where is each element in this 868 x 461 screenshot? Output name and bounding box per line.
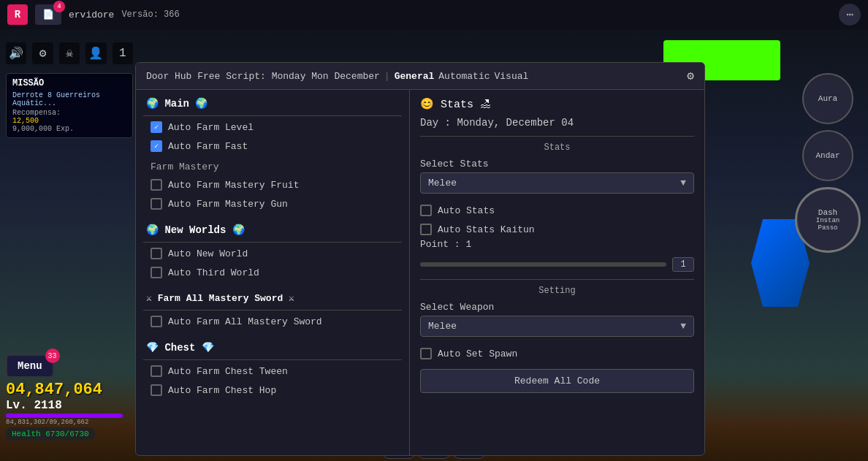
window-content: 🌍 Main 🌍 ✓ Auto Farm Level ✓ Auto Farm F… [136, 90, 704, 455]
level-text: Lv. 2118 [6, 399, 123, 412]
day-text: Day : Monday, December 04 [420, 117, 694, 129]
auto-farm-chest-tween-checkbox[interactable] [151, 365, 162, 377]
auto-farm-chest-tween-item[interactable]: Auto Farm Chest Tween [136, 362, 409, 381]
auto-third-world-item[interactable]: Auto Third World [136, 263, 409, 282]
auto-farm-fast-label: Auto Farm Fast [168, 141, 248, 152]
redeem-button[interactable]: Redeem All Code [420, 369, 694, 393]
volume-icon[interactable]: 🔊 [6, 42, 26, 64]
exp-bar [6, 414, 123, 418]
general-tab[interactable]: General [395, 71, 435, 82]
auto-new-world-item[interactable]: Auto New World [136, 244, 409, 263]
mission-title: MISSÃO [12, 78, 126, 88]
main-section-label: 🌍 Main 🌍 [146, 97, 208, 110]
tab-icon[interactable]: 📄 4 [35, 4, 61, 25]
main-divider [143, 115, 402, 116]
auto-farm-mastery-fruit-label: Auto Farm Mastery Fruit [168, 180, 299, 191]
andar-button[interactable]: Andar [802, 130, 853, 181]
stats-header-text: 😊 Stats 🏖 [420, 97, 491, 111]
auto-farm-chest-tween-label: Auto Farm Chest Tween [168, 366, 288, 377]
weapon-dropdown[interactable]: Melee ▼ [420, 316, 694, 337]
farm-sword-divider [143, 310, 402, 310]
gold-reward: 12,500 [12, 117, 126, 125]
settings-icon[interactable]: ⚙️ [32, 42, 53, 64]
auto-third-world-checkbox[interactable] [151, 267, 162, 278]
auto-new-world-label: Auto New World [168, 248, 248, 259]
auto-farm-fast-checkbox[interactable]: ✓ [151, 140, 162, 152]
auto-farm-all-mastery-sword-label: Auto Farm All Mastery Sword [168, 316, 322, 327]
stats-section-title: Stats [420, 136, 694, 153]
number-icon: 1 [113, 42, 133, 64]
auto-farm-mastery-gun-label: Auto Farm Mastery Gun [168, 199, 288, 210]
exp-reward: 9,000,000 Exp. [12, 125, 126, 133]
auto-farm-mastery-fruit-checkbox[interactable] [151, 179, 162, 191]
player-icon[interactable]: 👤 [85, 42, 106, 64]
auto-set-spawn-item[interactable]: Auto Set Spawn [420, 344, 694, 363]
left-hud: 🔊 ⚙️ ☠️ 👤 1 MISSÃO Derrote 8 Guerreiros … [0, 37, 139, 141]
weapon-selected-value: Melee [428, 321, 457, 332]
auto-farm-level-label: Auto Farm Level [168, 122, 254, 133]
right-panel: 😊 Stats 🏖 Day : Monday, December 04 Stat… [410, 90, 704, 455]
auto-farm-chest-hop-item[interactable]: Auto Farm Chest Hop [136, 381, 409, 400]
skull-icon[interactable]: ☠️ [59, 42, 80, 64]
auto-farm-mastery-gun-item[interactable]: Auto Farm Mastery Gun [136, 194, 409, 213]
farm-sword-section-header: ⚔ Farm All Mastery Sword ⚔ [136, 282, 409, 308]
roblox-logo: R [7, 4, 28, 25]
weapon-dropdown-arrow: ▼ [680, 321, 686, 332]
visual-tab[interactable]: Visual [495, 71, 529, 82]
select-stats-label: Select Stats [420, 159, 694, 169]
auto-stats-kaitun-label: Auto Stats Kaitun [438, 224, 535, 235]
chest-section-header: 💎 Chest 💎 [136, 331, 409, 358]
window-header: Door Hub Free Script: Monday Mon Decembe… [136, 63, 704, 90]
dash-button[interactable]: Dash Instan Passo [795, 187, 861, 253]
stats-selected-value: Melee [428, 178, 457, 188]
point-row: Point : 1 [420, 239, 694, 250]
auto-farm-mastery-fruit-item[interactable]: Auto Farm Mastery Fruit [136, 175, 409, 194]
auto-stats-item[interactable]: Auto Stats [420, 201, 694, 220]
new-worlds-divider [143, 242, 402, 243]
auto-farm-all-mastery-sword-item[interactable]: Auto Farm All Mastery Sword [136, 312, 409, 331]
auto-farm-level-item[interactable]: ✓ Auto Farm Level [136, 118, 409, 137]
aura-button[interactable]: Aura [802, 73, 853, 124]
setting-section: Setting Select Weapon Melee ▼ Auto Set S… [420, 279, 694, 393]
auto-stats-kaitun-checkbox[interactable] [420, 224, 432, 235]
auto-stats-label: Auto Stats [438, 205, 495, 216]
version-label: Versão: 366 [121, 9, 179, 20]
more-button[interactable]: ⋯ [839, 4, 861, 26]
script-window: Door Hub Free Script: Monday Mon Decembe… [135, 62, 705, 456]
mission-reward: Recompensa: [12, 109, 126, 117]
auto-farm-level-checkbox[interactable]: ✓ [151, 121, 162, 133]
new-worlds-section-header: 🌍 New Worlds 🌍 [136, 213, 409, 240]
mission-box: MISSÃO Derrote 8 Guerreiros Aquátic... R… [6, 73, 133, 138]
mission-desc: Derrote 8 Guerreiros Aquátic... [12, 91, 126, 107]
chest-section-label: 💎 Chest 💎 [146, 341, 214, 354]
auto-farm-mastery-gun-checkbox[interactable] [151, 198, 162, 210]
auto-farm-all-mastery-sword-checkbox[interactable] [151, 316, 162, 327]
top-bar-right: ⋯ [839, 4, 861, 26]
gear-icon[interactable]: ⚙ [687, 69, 694, 83]
new-worlds-section-label: 🌍 New Worlds 🌍 [146, 224, 245, 236]
auto-stats-kaitun-item[interactable]: Auto Stats Kaitun [420, 220, 694, 239]
right-hud: Aura Andar Dash Instan Passo [795, 73, 861, 253]
setting-title: Setting [420, 286, 694, 296]
auto-set-spawn-checkbox[interactable] [420, 348, 432, 359]
stats-dropdown[interactable]: Melee ▼ [420, 172, 694, 194]
menu-badge: 33 [45, 348, 60, 363]
stats-header: 😊 Stats 🏖 [420, 97, 694, 111]
gold-amount: 04,847,064 [6, 381, 123, 399]
auto-new-world-checkbox[interactable] [151, 248, 162, 259]
point-slider-row: 1 [420, 257, 694, 272]
top-bar: R 📄 4 ervidore Versão: 366 ⋯ [0, 0, 868, 29]
auto-farm-chest-hop-checkbox[interactable] [151, 384, 162, 396]
point-label: Point : 1 [420, 239, 471, 250]
auto-farm-fast-item[interactable]: ✓ Auto Farm Fast [136, 137, 409, 156]
point-value-box: 1 [672, 257, 694, 272]
chest-divider [143, 359, 402, 360]
point-slider[interactable] [420, 262, 666, 267]
auto-third-world-label: Auto Third World [168, 267, 259, 278]
auto-stats-checkbox[interactable] [420, 205, 432, 216]
pipe-separator: | [384, 71, 390, 82]
stats-dropdown-arrow: ▼ [680, 178, 686, 188]
automatic-tab[interactable]: Automatic [438, 71, 490, 82]
farm-mastery-label: Farm Mastery [136, 156, 409, 175]
server-name: ervidore [69, 9, 114, 20]
